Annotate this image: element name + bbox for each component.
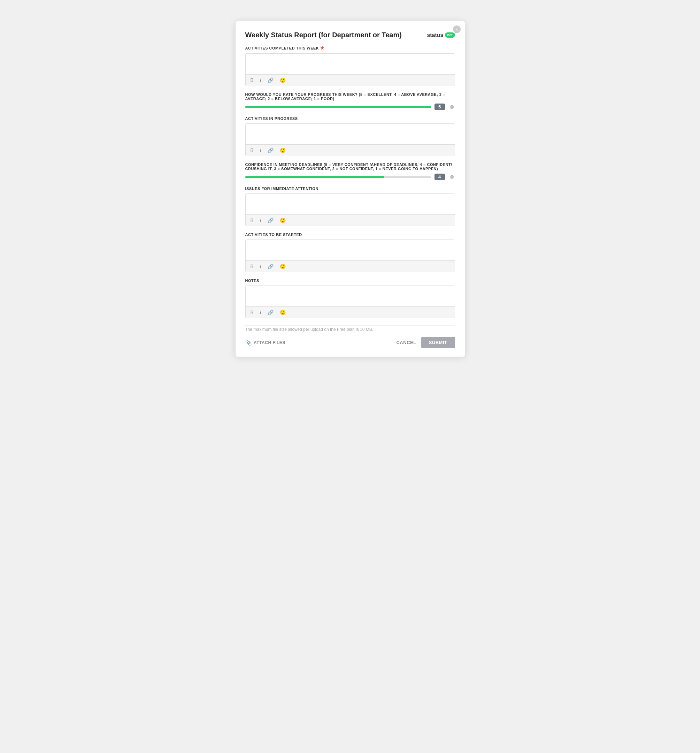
footer-row: 📎 ATTACH FILES CANCEL SUBMIT [245,337,455,348]
attach-label: ATTACH FILES [254,340,285,345]
progress-slider-value: 5 [435,103,445,110]
form-title: Weekly Status Report (for Department or … [245,31,427,39]
notes-toolbar: B I 🔗 🙂 [246,306,455,318]
emoji-button-3[interactable]: 🙂 [278,217,287,224]
progress-rating-section: HOW WOULD YOU RATE YOUR PROGRESS THIS WE… [245,92,455,110]
activities-started-input[interactable] [246,240,455,259]
modal: × Weekly Status Report (for Department o… [235,21,465,357]
bold-button-5[interactable]: B [249,309,255,316]
modal-header: Weekly Status Report (for Department or … [245,31,455,39]
progress-slider-fill [245,106,431,108]
confidence-row: 4 ⊗ [245,173,455,180]
activities-completed-input[interactable] [246,54,455,73]
confidence-slider-value: 4 [435,173,445,180]
divider [245,325,455,326]
link-button-5[interactable]: 🔗 [266,309,275,316]
brand-name: status [427,32,443,38]
bold-button-4[interactable]: B [249,263,255,270]
close-icon: × [455,27,458,32]
italic-button-2[interactable]: I [259,147,263,154]
link-button-3[interactable]: 🔗 [266,217,275,224]
emoji-button-2[interactable]: 🙂 [278,147,287,154]
issues-toolbar: B I 🔗 🙂 [246,214,455,226]
italic-button-3[interactable]: I [259,217,263,224]
brand-logo: status net [427,32,455,38]
activities-in-progress-label: ACTIVITIES IN PROGRESS [245,116,455,120]
issues-label: ISSUES FOR IMMEDIATE ATTENTION [245,186,455,191]
notes-input[interactable] [246,286,455,305]
confidence-section: CONFIDENCE IN MEETING DEADLINES (5 = VER… [245,162,455,180]
link-button-1[interactable]: 🔗 [266,77,275,84]
activities-completed-toolbar: B I 🔗 🙂 [246,74,455,86]
notes-label: NOTES [245,278,455,283]
progress-rating-row: 5 ⊗ [245,103,455,110]
bold-button-3[interactable]: B [249,217,255,224]
issues-field: B I 🔗 🙂 [245,194,455,226]
bold-button-1[interactable]: B [249,77,255,84]
activities-completed-field: B I 🔗 🙂 [245,53,455,86]
confidence-slider-clear[interactable]: ⊗ [449,173,455,180]
activities-in-progress-field: B I 🔗 🙂 [245,123,455,156]
progress-rating-label: HOW WOULD YOU RATE YOUR PROGRESS THIS WE… [245,92,455,101]
italic-button-5[interactable]: I [259,309,263,316]
activities-in-progress-toolbar: B I 🔗 🙂 [246,144,455,156]
activities-in-progress-input[interactable] [246,124,455,143]
link-button-4[interactable]: 🔗 [266,263,275,270]
link-button-2[interactable]: 🔗 [266,147,275,154]
bold-button-2[interactable]: B [249,147,255,154]
confidence-label: CONFIDENCE IN MEETING DEADLINES (5 = VER… [245,162,455,171]
emoji-button-5[interactable]: 🙂 [278,309,287,316]
footer-actions: CANCEL SUBMIT [396,337,455,348]
activities-started-toolbar: B I 🔗 🙂 [246,261,455,272]
brand-badge: net [445,33,455,37]
notes-field: B I 🔗 🙂 [245,286,455,318]
close-button[interactable]: × [453,25,461,33]
italic-button-4[interactable]: I [259,263,263,270]
activities-started-field: B I 🔗 🙂 [245,239,455,272]
activities-completed-label: ACTIVITIES COMPLETED THIS WEEK ★ [245,45,455,50]
required-star: ★ [320,45,325,50]
progress-slider-track[interactable] [245,106,431,108]
progress-slider-clear[interactable]: ⊗ [449,103,455,110]
cancel-button[interactable]: CANCEL [396,340,416,345]
issues-input[interactable] [246,194,455,213]
attach-files-button[interactable]: 📎 ATTACH FILES [245,339,285,346]
file-info: The maximum file size allowed per upload… [245,327,455,332]
attach-icon: 📎 [245,339,252,346]
emoji-button-1[interactable]: 🙂 [278,77,287,84]
italic-button-1[interactable]: I [259,77,263,84]
submit-button[interactable]: SUBMIT [421,337,455,348]
activities-started-label: ACTIVITIES TO BE STARTED [245,233,455,237]
confidence-slider-track[interactable] [245,176,431,178]
emoji-button-4[interactable]: 🙂 [278,263,287,270]
confidence-slider-fill [245,176,385,178]
